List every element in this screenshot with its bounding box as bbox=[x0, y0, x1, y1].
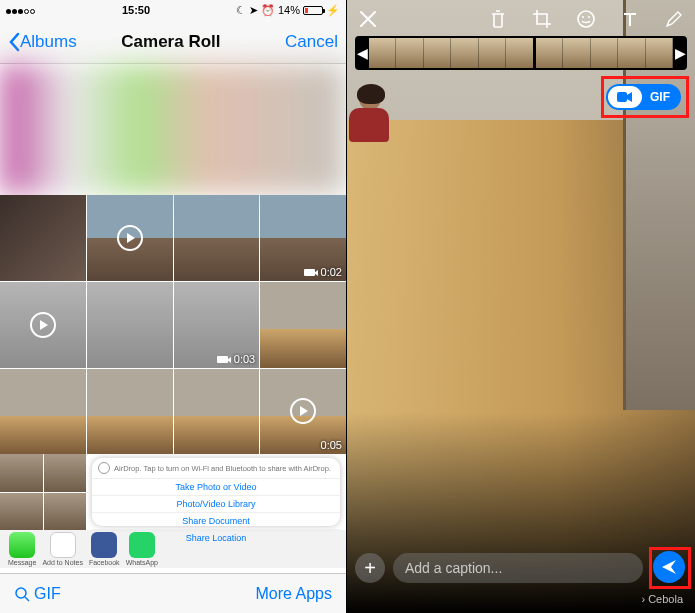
gif-search-button[interactable]: GIF bbox=[14, 585, 61, 603]
video-thumbnail[interactable]: 0:02 bbox=[260, 195, 346, 281]
menu-photo-library[interactable]: Photo/Video Library bbox=[92, 496, 340, 513]
crop-button[interactable] bbox=[531, 8, 553, 30]
video-trim-bar[interactable]: ◀ ▶ bbox=[355, 36, 687, 70]
photo-thumbnail[interactable] bbox=[87, 195, 173, 281]
photo-thumbnail[interactable] bbox=[44, 454, 87, 492]
video-duration: 0:05 bbox=[321, 439, 342, 451]
recipient-chip[interactable]: › Cebola bbox=[641, 593, 683, 605]
small-thumbnails bbox=[0, 454, 86, 530]
status-right: ☾ ➤ ⏰ 14% ⚡ bbox=[236, 4, 340, 17]
cancel-button[interactable]: Cancel bbox=[285, 32, 338, 52]
play-icon bbox=[30, 312, 56, 338]
photo-thumbnail[interactable] bbox=[44, 493, 87, 531]
draw-button[interactable] bbox=[663, 8, 685, 30]
alarm-icon: ⏰ bbox=[261, 4, 275, 17]
play-icon bbox=[117, 225, 143, 251]
photo-thumbnail[interactable] bbox=[0, 454, 43, 492]
recipient-name: Cebola bbox=[648, 593, 683, 605]
pencil-icon bbox=[665, 10, 683, 28]
attachment-menu: AirDrop. Tap to turn on Wi-Fi and Blueto… bbox=[92, 458, 340, 526]
photo-picker-screen: 15:50 ☾ ➤ ⏰ 14% ⚡ Albums Camera Roll Can… bbox=[0, 0, 347, 613]
text-button[interactable] bbox=[619, 8, 641, 30]
airdrop-icon bbox=[98, 462, 110, 474]
photo-thumbnail[interactable] bbox=[0, 195, 86, 281]
video-thumbnail[interactable]: 0:03 bbox=[174, 282, 260, 368]
battery-icon bbox=[303, 6, 323, 15]
page-title: Camera Roll bbox=[57, 32, 285, 52]
plus-icon: + bbox=[364, 557, 376, 580]
clock: 15:50 bbox=[122, 4, 150, 16]
smiley-icon bbox=[576, 9, 596, 29]
svg-point-3 bbox=[582, 16, 584, 18]
video-icon bbox=[217, 353, 231, 365]
battery-pct: 14% bbox=[278, 4, 300, 16]
delete-button[interactable] bbox=[487, 8, 509, 30]
text-icon bbox=[621, 10, 639, 28]
photo-thumbnail[interactable] bbox=[0, 369, 86, 455]
signal-strength bbox=[6, 4, 36, 16]
menu-take-photo[interactable]: Take Photo or Video bbox=[92, 479, 340, 496]
video-duration: 0:02 bbox=[321, 266, 342, 278]
svg-point-0 bbox=[16, 588, 26, 598]
video-duration: 0:03 bbox=[234, 353, 255, 365]
highlight-annotation bbox=[649, 547, 691, 589]
photo-grid: 0:02 0:03 0:05 bbox=[0, 64, 346, 454]
nav-bar: Albums Camera Roll Cancel bbox=[0, 20, 346, 64]
status-bar: 15:50 ☾ ➤ ⏰ 14% ⚡ bbox=[0, 0, 346, 20]
search-icon bbox=[14, 586, 30, 602]
photo-thumbnail[interactable] bbox=[87, 369, 173, 455]
gif-label: GIF bbox=[34, 585, 61, 603]
share-app-message[interactable]: Message bbox=[8, 532, 36, 566]
svg-line-1 bbox=[25, 597, 29, 601]
more-apps-button[interactable]: More Apps bbox=[256, 585, 332, 603]
close-icon bbox=[359, 10, 377, 28]
share-app-facebook[interactable]: Facebook bbox=[89, 532, 120, 566]
svg-point-4 bbox=[588, 16, 590, 18]
picker-toolbar: GIF More Apps bbox=[0, 573, 346, 613]
airdrop-hint[interactable]: AirDrop. Tap to turn on Wi-Fi and Blueto… bbox=[92, 458, 340, 479]
add-media-button[interactable]: + bbox=[355, 553, 385, 583]
photo-thumbnail[interactable] bbox=[0, 493, 43, 531]
chevron-left-icon bbox=[8, 32, 20, 52]
play-icon bbox=[290, 398, 316, 424]
trash-icon bbox=[489, 9, 507, 29]
sticker-button[interactable] bbox=[575, 8, 597, 30]
video-thumbnail[interactable]: 0:05 bbox=[260, 369, 346, 455]
photo-thumbnail[interactable] bbox=[174, 195, 260, 281]
trim-handle-right[interactable]: ▶ bbox=[673, 45, 687, 61]
video-editor-screen: ◀ ▶ GIF + Add a caption... › Cebola bbox=[347, 0, 695, 613]
trim-frames[interactable] bbox=[369, 38, 673, 68]
close-button[interactable] bbox=[357, 8, 379, 30]
caption-input[interactable]: Add a caption... bbox=[393, 553, 643, 583]
charging-icon: ⚡ bbox=[326, 4, 340, 17]
photo-thumbnail[interactable] bbox=[0, 282, 86, 368]
trim-handle-left[interactable]: ◀ bbox=[355, 45, 369, 61]
do-not-disturb-icon: ☾ bbox=[236, 4, 246, 17]
caption-row: + Add a caption... bbox=[355, 553, 643, 583]
chevron-right-icon: › bbox=[641, 593, 645, 605]
photo-thumbnail[interactable] bbox=[87, 282, 173, 368]
photo-thumbnail[interactable] bbox=[174, 369, 260, 455]
editor-toolbar bbox=[357, 8, 685, 30]
crop-icon bbox=[532, 9, 552, 29]
menu-share-document[interactable]: Share Document bbox=[92, 513, 340, 530]
picker-bottom-area: AirDrop. Tap to turn on Wi-Fi and Blueto… bbox=[0, 454, 346, 530]
caption-placeholder: Add a caption... bbox=[405, 560, 502, 576]
photo-thumbnail[interactable] bbox=[260, 282, 346, 368]
share-app-whatsapp[interactable]: WhatsApp bbox=[126, 532, 158, 566]
photo-row-blurred[interactable] bbox=[0, 64, 346, 194]
video-icon bbox=[304, 266, 318, 278]
share-app-notes[interactable]: Add to Notes bbox=[42, 532, 82, 566]
svg-point-2 bbox=[578, 11, 594, 27]
highlight-annotation bbox=[601, 76, 689, 118]
location-icon: ➤ bbox=[249, 4, 258, 17]
